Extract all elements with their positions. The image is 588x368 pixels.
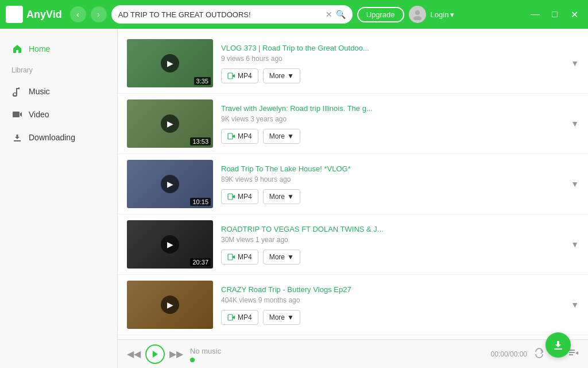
minimize-button[interactable]: — (527, 6, 543, 22)
window-controls: — □ ✕ (527, 6, 582, 22)
svg-rect-9 (228, 194, 233, 200)
prev-track-button[interactable]: ◀◀ (127, 348, 141, 359)
expand-button-3[interactable]: ▼ (571, 179, 579, 189)
app-logo-icon (6, 6, 23, 23)
video-title-4[interactable]: ROADTRIP TO VEGAS FT DOLAN TWINS & J... (221, 225, 563, 233)
play-overlay-1[interactable]: ▶ (161, 54, 179, 72)
video-actions-5: MP4 More ▼ (221, 310, 563, 325)
sidebar-video-label: Video (29, 110, 49, 119)
video-thumbnail-1[interactable]: ▶ 3:35 (127, 39, 213, 87)
video-thumbnail-2[interactable]: ▶ 13:53 (127, 99, 213, 148)
svg-marker-0 (10, 10, 18, 19)
table-row: ▶ 13:53 Travel with Jewelyn: Road trip I… (118, 94, 588, 154)
svg-marker-4 (20, 112, 22, 117)
svg-marker-14 (233, 316, 235, 319)
video-thumbnail-3[interactable]: ▶ 10:15 (127, 160, 213, 208)
search-text: AD TRIP TO THE GREAT OUTDOORS! (118, 10, 322, 19)
close-button[interactable]: ✕ (566, 6, 582, 22)
mp4-button-1[interactable]: MP4 (221, 68, 258, 83)
more-button-1[interactable]: More ▼ (263, 68, 300, 83)
search-bar: AD TRIP TO THE GREAT OUTDOORS! ✕ 🔍 (111, 5, 353, 24)
svg-rect-11 (228, 254, 233, 260)
svg-marker-8 (233, 135, 235, 138)
content-wrapper: ▶ 3:35 VLOG 373 | Road Trip to the Great… (118, 29, 588, 368)
sidebar-item-home[interactable]: Home (0, 37, 117, 60)
play-overlay-4[interactable]: ▶ (161, 235, 179, 254)
search-clear-icon[interactable]: ✕ (326, 10, 332, 19)
video-duration-3: 10:15 (190, 198, 211, 206)
play-overlay-5[interactable]: ▶ (161, 296, 179, 314)
mp4-button-3[interactable]: MP4 (221, 189, 258, 204)
video-meta-2: 9K views 3 years ago (221, 115, 563, 123)
expand-button-1[interactable]: ▼ (571, 59, 579, 68)
expand-button-2[interactable]: ▼ (571, 119, 579, 128)
music-icon (11, 86, 23, 97)
video-title-3[interactable]: Road Trip To The Lake House! *VLOG* (221, 164, 563, 173)
search-icon[interactable]: 🔍 (336, 10, 346, 19)
video-info-4: ROADTRIP TO VEGAS FT DOLAN TWINS & J... … (221, 225, 563, 264)
expand-button-4[interactable]: ▼ (571, 240, 579, 249)
play-overlay-3[interactable]: ▶ (161, 175, 179, 193)
play-overlay-2[interactable]: ▶ (161, 114, 179, 133)
table-row: ▶ 3:35 VLOG 373 | Road Trip to the Great… (118, 33, 588, 94)
mp4-button-4[interactable]: MP4 (221, 250, 258, 264)
svg-rect-7 (228, 133, 233, 139)
video-icon (11, 109, 23, 120)
nav-back-button[interactable]: ‹ (70, 6, 86, 22)
svg-point-1 (415, 10, 420, 15)
video-thumbnail-4[interactable]: ▶ 20:37 (127, 220, 213, 269)
video-title-5[interactable]: CRAZY Road Trip - Buttery Vlogs Ep27 (221, 285, 563, 294)
mp4-button-5[interactable]: MP4 (221, 310, 258, 325)
playlist-button[interactable] (568, 348, 579, 361)
video-title-2[interactable]: Travel with Jewelyn: Road trip Illinois.… (221, 104, 563, 113)
download-fab-button[interactable] (546, 332, 571, 358)
more-button-3[interactable]: More ▼ (263, 189, 300, 204)
avatar (409, 6, 426, 23)
content-area: ▶ 3:35 VLOG 373 | Road Trip to the Great… (118, 29, 588, 339)
video-meta-3: 89K views 9 hours ago (221, 175, 563, 183)
no-music-label: No music (190, 347, 221, 355)
sidebar-item-video[interactable]: Video (0, 103, 117, 126)
app-name: AnyVid (26, 9, 62, 21)
login-button[interactable]: Login ▾ (431, 10, 455, 19)
logo-area: AnyVid (6, 6, 62, 23)
main-layout: Home Library Music Video Downloading (0, 29, 588, 368)
mp4-button-2[interactable]: MP4 (221, 129, 258, 144)
more-button-2[interactable]: More ▼ (263, 129, 300, 144)
loop-button[interactable] (534, 348, 544, 361)
video-actions-1: MP4 More ▼ (221, 68, 563, 83)
svg-point-2 (413, 16, 421, 20)
bottom-player: ◀◀ ▶▶ No music 00:00/00:00 (118, 339, 588, 368)
svg-rect-5 (228, 73, 233, 79)
time-display: 00:00/00:00 (491, 350, 527, 358)
sidebar-item-music[interactable]: Music (0, 80, 117, 103)
sidebar: Home Library Music Video Downloading (0, 29, 118, 368)
video-duration-2: 13:53 (190, 137, 211, 145)
maximize-button[interactable]: □ (547, 6, 563, 22)
player-controls: ◀◀ ▶▶ (127, 344, 183, 364)
svg-marker-10 (233, 195, 235, 198)
video-thumbnail-5[interactable]: ▶ (127, 281, 213, 329)
video-actions-3: MP4 More ▼ (221, 189, 563, 204)
svg-marker-12 (233, 255, 235, 259)
video-duration-1: 3:35 (194, 77, 211, 85)
more-button-4[interactable]: More ▼ (263, 250, 300, 264)
results-list[interactable]: ▶ 3:35 VLOG 373 | Road Trip to the Great… (118, 29, 588, 339)
table-row: ▶ 10:15 Road Trip To The Lake House! *VL… (118, 154, 588, 214)
expand-button-5[interactable]: ▼ (571, 300, 579, 309)
nav-forward-button[interactable]: › (91, 6, 107, 22)
video-title-1[interactable]: VLOG 373 | Road Trip to the Great Outdoo… (221, 44, 563, 52)
table-row: ▶ 20:37 ROADTRIP TO VEGAS FT DOLAN TWINS… (118, 214, 588, 275)
sidebar-item-downloading[interactable]: Downloading (0, 126, 117, 149)
video-meta-4: 30M views 1 year ago (221, 236, 563, 244)
home-icon (11, 43, 23, 55)
next-track-button[interactable]: ▶▶ (169, 348, 183, 359)
play-pause-button[interactable] (145, 344, 165, 364)
svg-rect-18 (569, 354, 573, 355)
more-button-5[interactable]: More ▼ (263, 310, 300, 325)
video-actions-2: MP4 More ▼ (221, 129, 563, 144)
sidebar-downloading-label: Downloading (29, 133, 75, 142)
upgrade-button[interactable]: Upgrade (357, 7, 404, 22)
title-bar: AnyVid ‹ › AD TRIP TO THE GREAT OUTDOORS… (0, 0, 588, 29)
video-info-2: Travel with Jewelyn: Road trip Illinois.… (221, 104, 563, 144)
